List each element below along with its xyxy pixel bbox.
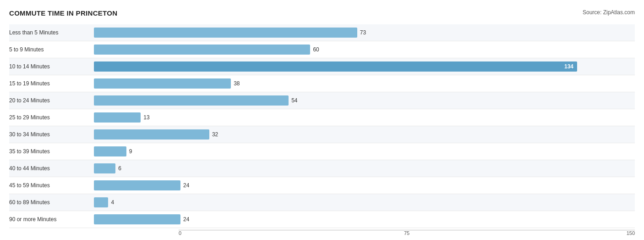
bar-row: 10 to 14 Minutes134 (9, 58, 635, 75)
bar-label: 15 to 19 Minutes (9, 80, 94, 87)
bar-row: 30 to 34 Minutes32 (9, 126, 635, 143)
bar-area: 32 (94, 128, 635, 141)
chart-source: Source: ZipAtlas.com (583, 9, 635, 16)
bar-label: 25 to 29 Minutes (9, 114, 94, 121)
bar-value: 134 (564, 63, 573, 70)
bar-row: 45 to 59 Minutes24 (9, 177, 635, 194)
bar-area: 6 (94, 162, 635, 175)
bar-row: 15 to 19 Minutes38 (9, 75, 635, 92)
bar-area: 38 (94, 77, 635, 90)
chart-body: Less than 5 Minutes735 to 9 Minutes6010 … (9, 24, 635, 228)
bar-label: 35 to 39 Minutes (9, 148, 94, 155)
bar-value: 24 (183, 182, 189, 189)
bar-fill: 134 (94, 61, 577, 72)
bar-row: Less than 5 Minutes73 (9, 24, 635, 41)
chart-title: COMMUTE TIME IN PRINCETON (9, 9, 117, 17)
bar-fill (94, 214, 180, 224)
bar-area: 9 (94, 145, 635, 158)
bar-value: 13 (143, 114, 149, 121)
bar-row: 90 or more Minutes24 (9, 211, 635, 228)
bar-area: 13 (94, 111, 635, 124)
bar-area: 60 (94, 43, 635, 56)
bar-value: 60 (313, 46, 319, 53)
bar-fill (94, 95, 289, 106)
bar-fill (94, 146, 126, 156)
bar-value: 24 (183, 216, 189, 223)
bar-label: 60 to 89 Minutes (9, 199, 94, 206)
x-tick: 75 (404, 230, 409, 236)
bar-value: 38 (234, 80, 240, 87)
bar-label: 5 to 9 Minutes (9, 46, 94, 53)
bar-row: 40 to 44 Minutes6 (9, 160, 635, 177)
bar-fill (94, 180, 180, 190)
bar-label: Less than 5 Minutes (9, 29, 94, 36)
bar-fill (94, 28, 357, 38)
bar-row: 35 to 39 Minutes9 (9, 143, 635, 160)
bar-area: 24 (94, 179, 635, 192)
chart-header: COMMUTE TIME IN PRINCETON Source: ZipAtl… (9, 9, 635, 17)
bar-fill (94, 129, 209, 140)
bar-value: 9 (129, 148, 132, 155)
bar-label: 90 or more Minutes (9, 216, 94, 223)
bar-area: 73 (94, 26, 635, 39)
bar-value: 32 (212, 131, 218, 138)
bar-row: 25 to 29 Minutes13 (9, 109, 635, 126)
bar-value: 6 (118, 165, 121, 172)
bar-row: 20 to 24 Minutes54 (9, 92, 635, 109)
chart-container: COMMUTE TIME IN PRINCETON Source: ZipAtl… (9, 9, 635, 239)
bar-area: 134 (94, 60, 635, 73)
bar-value: 4 (111, 199, 114, 206)
bar-label: 45 to 59 Minutes (9, 182, 94, 189)
bar-value: 73 (360, 29, 366, 36)
bar-label: 40 to 44 Minutes (9, 165, 94, 172)
bar-area: 24 (94, 213, 635, 226)
bar-label: 10 to 14 Minutes (9, 63, 94, 70)
bar-area: 4 (94, 196, 635, 209)
bar-fill (94, 78, 231, 89)
bar-area: 54 (94, 94, 635, 107)
bar-label: 30 to 34 Minutes (9, 131, 94, 138)
bar-label: 20 to 24 Minutes (9, 97, 94, 104)
bar-fill (94, 163, 115, 173)
x-axis: 075150 (179, 230, 635, 239)
x-tick: 0 (179, 230, 181, 236)
bar-fill (94, 112, 141, 123)
bar-value: 54 (291, 97, 297, 104)
x-tick: 150 (627, 230, 635, 236)
bar-fill (94, 45, 310, 55)
bar-row: 60 to 89 Minutes4 (9, 194, 635, 211)
bar-fill (94, 197, 108, 207)
bar-row: 5 to 9 Minutes60 (9, 41, 635, 58)
